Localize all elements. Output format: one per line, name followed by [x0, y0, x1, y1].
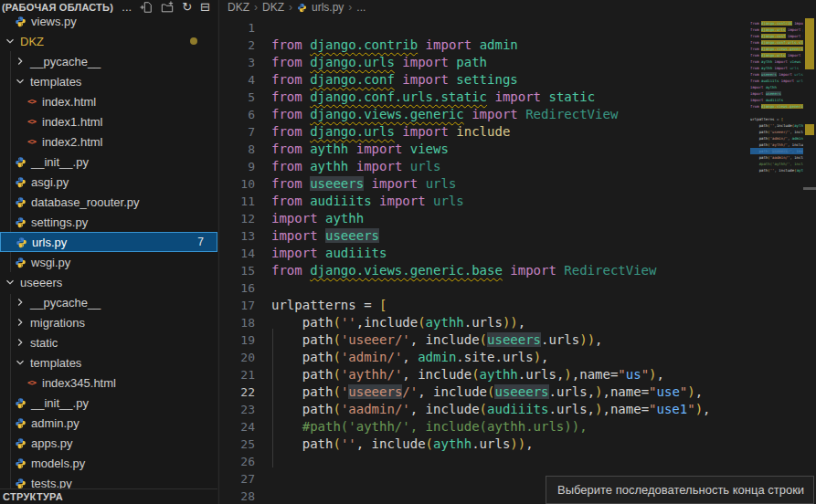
code-line-19[interactable]: 19 path('useeer/', include(useeers.urls)… — [219, 331, 749, 349]
code-line-25[interactable]: 25 path('', include(aythh.urls)), — [219, 436, 749, 453]
code-token: path — [271, 315, 333, 330]
code-line-10[interactable]: 10from useeers import urls — [219, 175, 749, 193]
code-line-18[interactable]: 18 path('',include(aythh.urls)), — [219, 314, 749, 331]
code-token: ,name= — [602, 402, 649, 416]
tree-item-apps-py[interactable]: apps.py — [0, 433, 217, 453]
line-number: 9 — [219, 158, 271, 175]
tree-item-label: admin.py — [31, 416, 79, 430]
breadcrumb-item[interactable]: DKZ — [228, 1, 249, 14]
tree-item-templates[interactable]: templates — [0, 71, 217, 91]
code-token: admin — [792, 136, 803, 141]
tree-item-admin-py[interactable]: admin.py — [0, 413, 217, 433]
chevron-right-icon[interactable] — [14, 296, 26, 309]
code-token: admin — [480, 37, 518, 52]
minimap[interactable]: from django.contrib import adminfrom dja… — [750, 14, 803, 205]
code-line-2[interactable]: 2from django.contrib import admin — [219, 37, 749, 54]
chevron-right-icon[interactable] — [14, 336, 26, 349]
code-token: django.views.generic.base — [761, 104, 803, 109]
python-file-icon — [14, 478, 27, 489]
code-line-8[interactable]: 8from aythh import views — [219, 141, 749, 158]
minimap-line: from django.conf import settings — [750, 33, 803, 39]
minimap-line: from audiiits import urls — [750, 78, 803, 84]
tree-item-settings-py[interactable]: settings.py — [0, 212, 217, 232]
chevron-down-icon[interactable] — [4, 276, 16, 289]
line-number: 17 — [219, 297, 271, 314]
code-line-6[interactable]: 6from django.views.generic import Redire… — [219, 106, 749, 123]
tree-item-useeers[interactable]: useeers — [0, 272, 217, 292]
tree-item-migrations[interactable]: migrations — [0, 312, 217, 332]
tree-item-index-html[interactable]: <>index.html — [0, 91, 217, 111]
code-line-11[interactable]: 11from audiiits import urls — [219, 193, 749, 210]
chevron-right-icon[interactable] — [14, 316, 26, 329]
code-line-26[interactable]: 26 — [219, 453, 749, 470]
minimap-line: from django.views.generic.base import Re… — [750, 103, 803, 110]
breadcrumb-separator-icon: › — [254, 1, 258, 14]
code-token: from — [750, 79, 759, 83]
tree-item-static[interactable]: static — [0, 332, 217, 352]
code-line-16[interactable]: 16 — [219, 279, 749, 297]
code-line-22[interactable]: 22 path('useeers/', include(useeers.urls… — [219, 383, 749, 401]
code-token: views — [410, 142, 449, 156]
code-line-21[interactable]: 21 path('aythh/', include(aythh.urls,),n… — [219, 366, 749, 383]
problems-count-badge: 7 — [197, 236, 204, 248]
code-token: audiiits — [325, 246, 387, 260]
code-token: use — [657, 384, 680, 399]
tree-item-asgi-py[interactable]: asgi.py — [0, 172, 217, 192]
tree-item--pycache-[interactable]: __pycache__ — [0, 292, 217, 312]
tree-item-index345-html[interactable]: <>index345.html — [0, 373, 217, 393]
code-line-3[interactable]: 3from django.urls import path — [219, 54, 749, 71]
code-line-12[interactable]: 12import aythh — [219, 210, 749, 227]
tree-item--pycache-[interactable]: __pycache__ — [0, 51, 217, 71]
tree-item-dkz[interactable]: DKZ — [0, 31, 217, 51]
code-line-5[interactable]: 5from django.conf.urls.static import sta… — [219, 89, 749, 106]
code-token: from — [750, 27, 759, 32]
tree-item--init-py[interactable]: __init__.py — [0, 152, 217, 172]
breadcrumb-item[interactable]: DKZ — [262, 1, 284, 14]
collapse-all-icon[interactable]: ⊟ — [200, 1, 210, 13]
more-actions-button[interactable]: ... — [122, 1, 132, 13]
code-token: aythh — [480, 367, 518, 382]
tree-item-index1-html[interactable]: <>index1.html — [0, 111, 217, 131]
code-line-4[interactable]: 4from django.conf import settings — [219, 71, 749, 89]
code-line-17[interactable]: 17urlpatterns = [ — [219, 297, 749, 314]
code-line-20[interactable]: 20 path('admin/', admin.site.urls), — [219, 349, 749, 366]
code-line-9[interactable]: 9from aythh import urls — [219, 158, 749, 175]
outline-title: СТРУКТУРА — [0, 491, 63, 502]
code-token: ( — [333, 315, 340, 330]
code-token: aythh — [433, 436, 472, 451]
chevron-down-icon[interactable] — [4, 35, 16, 47]
tree-item--init-py[interactable]: __init__.py — [0, 393, 217, 413]
tree-item-views-py[interactable]: views.py — [0, 11, 217, 31]
new-folder-icon[interactable] — [161, 1, 174, 14]
code-area[interactable]: 12from django.contrib import admin3from … — [219, 15, 749, 504]
code-line-24[interactable]: 24 #path('aythh/', include(aythh.urls)), — [219, 418, 749, 436]
tree-item-templates[interactable]: templates — [0, 352, 217, 373]
code-line-23[interactable]: 23 path('aadmin/', include(audiiits.urls… — [219, 401, 749, 418]
line-content: import useeers — [271, 227, 379, 245]
python-file-icon — [14, 457, 27, 469]
code-line-7[interactable]: 7from django.urls import include — [219, 123, 749, 141]
tree-item-database-roouter-py[interactable]: database_roouter.py — [0, 192, 217, 212]
chevron-right-icon[interactable] — [14, 55, 26, 68]
code-line-13[interactable]: 13import useeers — [219, 227, 749, 245]
refresh-icon[interactable]: ↻ — [182, 1, 192, 13]
breadcrumb-item[interactable]: urls.py — [312, 1, 344, 14]
breadcrumb-item[interactable]: ... — [356, 1, 366, 14]
new-file-icon[interactable] — [140, 1, 153, 14]
overview-ruler[interactable] — [803, 0, 816, 504]
code-line-1[interactable]: 1 — [219, 19, 749, 37]
outline-section-header[interactable]: СТРУКТУРА — [0, 488, 217, 504]
code-line-15[interactable]: 15from django.views.generic.base import … — [219, 262, 749, 279]
tree-item-urls-py[interactable]: urls.py7 — [0, 232, 217, 252]
code-token — [472, 37, 479, 52]
tree-item-index2-html[interactable]: <>index2.html — [0, 131, 217, 152]
line-content: from django.views.generic import Redirec… — [271, 106, 618, 123]
chevron-down-icon[interactable] — [14, 356, 26, 369]
code-line-14[interactable]: 14import audiiits — [219, 245, 749, 262]
line-content: urlpatterns = [ — [271, 297, 387, 314]
tree-item-wsgi-py[interactable]: wsgi.py — [0, 252, 217, 272]
chevron-down-icon[interactable] — [14, 75, 26, 88]
code-token — [302, 37, 310, 52]
minimap-line — [750, 180, 803, 186]
tree-item-models-py[interactable]: models.py — [0, 453, 217, 473]
